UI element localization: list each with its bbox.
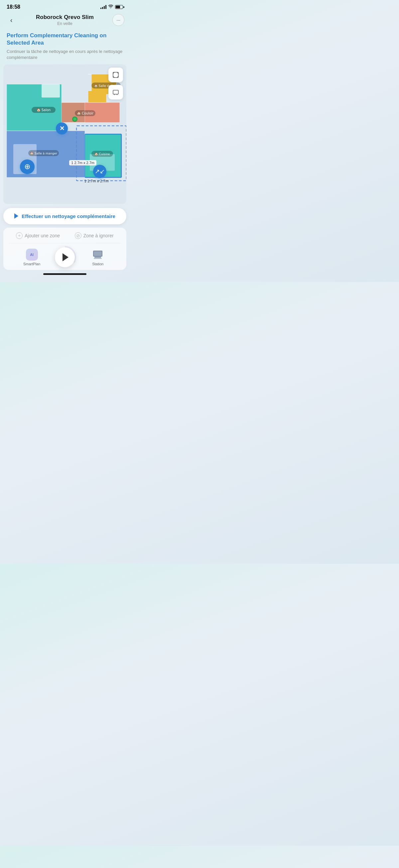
map-shape-button[interactable] — [108, 68, 123, 82]
ignore-zone-label: Zone à ignorer — [84, 233, 114, 238]
station-icon-wrap — [92, 249, 104, 260]
more-icon: ··· — [117, 17, 120, 23]
status-bar: 18:58 — [0, 0, 130, 12]
home-indicator — [43, 273, 87, 275]
close-selection-button[interactable]: ✕ — [56, 122, 68, 134]
play-button[interactable] — [55, 247, 75, 267]
ai-icon: AI — [26, 249, 38, 260]
zone-card: ＋ Ajouter une zone ⊘ Zone à ignorer AI S… — [3, 228, 126, 270]
svg-text:🏠 Salon: 🏠 Salon — [37, 108, 51, 112]
svg-text:🏠 Couloir: 🏠 Couloir — [77, 111, 94, 116]
dimension-label: 1 2.7m x 2.7m — [69, 160, 96, 165]
action-triangle-icon — [14, 213, 18, 219]
svg-rect-29 — [113, 90, 119, 94]
device-status: En veille — [17, 21, 112, 26]
bottom-nav: AI SmartPlan — [9, 243, 121, 270]
ignore-zone-button[interactable]: ⊘ Zone à ignorer — [75, 232, 114, 239]
svg-rect-8 — [41, 84, 60, 97]
page-description: Continuer la tâche de nettoyage en cours… — [7, 49, 123, 61]
bottom-panel: Effectuer un nettoyage complémentaire ＋ … — [3, 208, 126, 270]
device-title: Roborock Qrevo Slim — [17, 14, 112, 21]
svg-point-12 — [73, 118, 76, 121]
add-zone-button[interactable]: ＋ Ajouter une zone — [16, 232, 60, 239]
add-zone-icon: ＋ — [16, 232, 23, 239]
station-icon — [93, 250, 103, 259]
smartplan-label: SmartPlan — [23, 262, 40, 266]
svg-text:1 2.7m x 2.7m: 1 2.7m x 2.7m — [84, 179, 108, 183]
battery-icon — [115, 5, 123, 9]
smartplan-icon-wrap: AI — [26, 249, 38, 260]
svg-text:🏠 Salle à manger: 🏠 Salle à manger — [30, 151, 57, 155]
main-action-label: Effectuer un nettoyage complémentaire — [22, 213, 115, 219]
more-button[interactable]: ··· — [112, 14, 124, 26]
page-title: Perform Complementary Cleaning on Select… — [7, 32, 123, 46]
svg-rect-31 — [94, 251, 102, 256]
svg-text:🏠 Cuisine: 🏠 Cuisine — [94, 152, 110, 156]
play-icon — [63, 253, 68, 261]
status-icons — [100, 5, 123, 10]
map-view-button[interactable] — [108, 85, 123, 99]
ignore-zone-icon: ⊘ — [75, 232, 81, 239]
svg-rect-33 — [94, 258, 102, 259]
back-button[interactable]: ‹ — [5, 14, 17, 26]
status-time: 18:58 — [7, 4, 20, 10]
add-zone-label: Ajouter une zone — [25, 233, 60, 238]
signal-icon — [100, 5, 106, 9]
map-controls — [108, 68, 123, 99]
zone-controls: ＋ Ajouter une zone ⊘ Zone à ignorer — [9, 232, 121, 243]
svg-rect-32 — [94, 257, 101, 258]
station-label: Station — [92, 262, 103, 266]
resize-handle[interactable]: ↗↙ — [93, 165, 106, 178]
title-section: Perform Complementary Cleaning on Select… — [0, 29, 130, 64]
header: ‹ Roborock Qrevo Slim En veille ··· — [0, 12, 130, 29]
main-action-button[interactable]: Effectuer un nettoyage complémentaire — [3, 208, 126, 224]
move-handle[interactable]: ⊕ — [20, 159, 35, 174]
nav-play[interactable] — [48, 247, 81, 267]
map-container[interactable]: 🏠 Salon 🏠 Salle de bain 🏠 Couloir 🏠 Sall… — [3, 64, 126, 204]
header-center: Roborock Qrevo Slim En veille — [17, 14, 112, 26]
nav-smartplan[interactable]: AI SmartPlan — [15, 249, 48, 266]
nav-station[interactable]: Station — [81, 249, 114, 266]
wifi-icon — [108, 5, 113, 10]
